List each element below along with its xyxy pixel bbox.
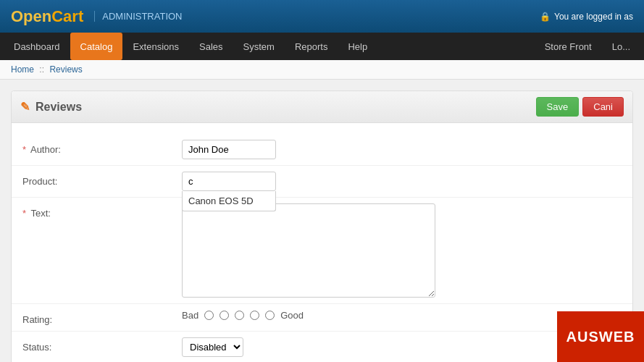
- reviews-icon: ✎: [20, 100, 30, 114]
- nav-storefront[interactable]: Store Front: [535, 33, 602, 60]
- text-textarea[interactable]: [182, 203, 435, 298]
- product-group: Product: Canon EOS 5D: [12, 166, 632, 198]
- nav-bar: Dashboard Catalog Extensions Sales Syste…: [0, 33, 644, 60]
- status-label: Status:: [22, 337, 182, 353]
- panel-body: * Author: Product: Canon EOS 5D: [12, 123, 632, 362]
- rating-2[interactable]: [219, 311, 229, 320]
- watermark: AUSWEB: [557, 311, 644, 362]
- logo[interactable]: OpenCart: [11, 7, 83, 26]
- admin-label: ADMINISTRATION: [94, 11, 182, 22]
- status-select[interactable]: Disabled Enabled: [182, 337, 243, 357]
- main-content: ✎ Reviews Save Cani * Author: Produc: [0, 80, 644, 362]
- header: OpenCart ADMINISTRATION 🔒 You are logged…: [0, 0, 644, 33]
- rating-5[interactable]: [265, 311, 275, 320]
- author-group: * Author:: [12, 134, 632, 166]
- breadcrumb-home[interactable]: Home: [11, 64, 34, 75]
- breadcrumb-reviews[interactable]: Reviews: [49, 64, 82, 75]
- nav-help[interactable]: Help: [338, 33, 377, 60]
- text-group: * Text:: [12, 198, 632, 304]
- watermark-text: AUSWEB: [566, 329, 635, 345]
- breadcrumb: Home :: Reviews: [0, 60, 644, 80]
- rating-options: Bad Good: [182, 310, 304, 321]
- panel-title-text: Reviews: [35, 101, 82, 114]
- nav-sales[interactable]: Sales: [189, 33, 233, 60]
- user-message: You are logged in as: [554, 12, 633, 22]
- panel-heading: ✎ Reviews Save Cani: [12, 91, 632, 123]
- author-input[interactable]: [182, 140, 276, 159]
- autocomplete-item-canon[interactable]: Canon EOS 5D: [183, 191, 275, 211]
- user-info: 🔒 You are logged in as: [540, 12, 633, 22]
- product-input[interactable]: [182, 172, 276, 191]
- nav-extensions[interactable]: Extensions: [122, 33, 189, 60]
- rating-label: Rating:: [22, 310, 182, 325]
- rating-group: Rating: Bad Good: [12, 304, 632, 332]
- panel-actions: Save Cani: [536, 97, 624, 117]
- nav-reports[interactable]: Reports: [285, 33, 338, 60]
- product-label: Product:: [22, 172, 182, 187]
- rating-good-label: Good: [280, 310, 304, 321]
- autocomplete-wrapper: Canon EOS 5D: [182, 172, 276, 191]
- save-button[interactable]: Save: [536, 97, 580, 117]
- reviews-panel: ✎ Reviews Save Cani * Author: Produc: [11, 90, 633, 362]
- logo-open: Open: [11, 7, 51, 25]
- panel-title: ✎ Reviews: [20, 100, 82, 114]
- author-required: *: [22, 144, 26, 155]
- lock-icon: 🔒: [540, 12, 551, 22]
- rating-3[interactable]: [235, 311, 244, 320]
- cancel-button[interactable]: Cani: [582, 97, 624, 117]
- nav-catalog[interactable]: Catalog: [70, 33, 123, 60]
- nav-system[interactable]: System: [233, 33, 285, 60]
- logo-area: OpenCart ADMINISTRATION: [11, 7, 183, 26]
- nav-right: Store Front Lo...: [535, 33, 640, 60]
- logo-cart: Cart: [51, 7, 83, 25]
- autocomplete-dropdown: Canon EOS 5D: [182, 191, 276, 211]
- rating-1[interactable]: [204, 311, 214, 320]
- text-label: * Text:: [22, 203, 182, 219]
- nav-dashboard[interactable]: Dashboard: [4, 33, 70, 60]
- status-group: Status: Disabled Enabled: [12, 332, 632, 362]
- rating-4[interactable]: [250, 311, 259, 320]
- text-required: *: [22, 208, 26, 219]
- nav-logout[interactable]: Lo...: [602, 33, 640, 60]
- author-label: * Author:: [22, 140, 182, 155]
- breadcrumb-separator: ::: [39, 64, 44, 75]
- rating-bad-label: Bad: [182, 310, 198, 321]
